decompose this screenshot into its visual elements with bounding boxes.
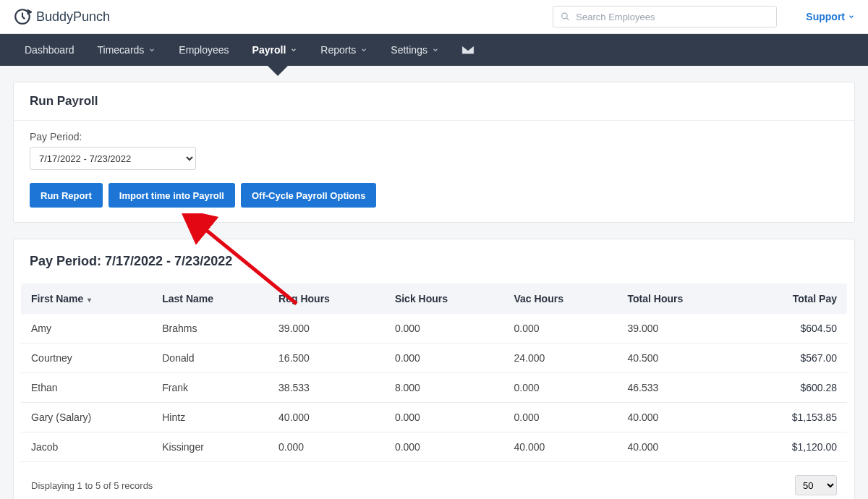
cell-last: Frank (152, 373, 268, 403)
cell-total: 46.533 (618, 373, 741, 403)
top-header: BuddyPunch Support (0, 0, 868, 34)
cell-vac: 0.000 (503, 314, 617, 344)
cell-pay: $604.50 (741, 314, 847, 344)
table-header-row: First Name▾ Last Name Reg Hours Sick Hou… (21, 283, 847, 314)
cell-last: Kissinger (152, 432, 268, 462)
brand-name: BuddyPunch (36, 9, 110, 25)
clock-arrow-icon (13, 7, 32, 26)
page-title: Run Payroll (14, 82, 854, 121)
cell-reg: 0.000 (268, 432, 385, 462)
table-row[interactable]: AmyBrahms39.0000.0000.00039.000$604.50 (21, 314, 847, 344)
cell-reg: 38.533 (268, 373, 385, 403)
cell-total: 40.000 (618, 432, 741, 462)
cell-last: Brahms (152, 314, 268, 344)
cell-total: 40.000 (618, 403, 741, 432)
svg-point-1 (562, 13, 568, 19)
table-row[interactable]: JacobKissinger0.0000.00040.00040.000$1,1… (21, 432, 847, 462)
nav-employees[interactable]: Employees (167, 34, 240, 66)
support-link[interactable]: Support (806, 11, 855, 22)
cell-reg: 16.500 (268, 344, 385, 373)
search-employees[interactable] (553, 6, 777, 27)
table-row[interactable]: Gary (Salary)Hintz40.0000.0000.00040.000… (21, 403, 847, 432)
main-nav: Dashboard Timecards Employees Payroll Re… (0, 34, 868, 66)
search-input[interactable] (576, 12, 769, 22)
chevron-down-icon (360, 46, 367, 54)
cell-reg: 39.000 (268, 314, 385, 344)
table-row[interactable]: EthanFrank38.5338.0000.00046.533$600.28 (21, 373, 847, 403)
cell-pay: $1,120.00 (741, 432, 847, 462)
cell-vac: 0.000 (503, 403, 617, 432)
chevron-down-icon (432, 46, 439, 54)
cell-sick: 0.000 (385, 432, 504, 462)
col-last-name[interactable]: Last Name (152, 283, 268, 314)
run-payroll-panel: Run Payroll Pay Period: 7/17/2022 - 7/23… (13, 82, 855, 223)
cell-pay: $1,153.85 (741, 403, 847, 432)
chevron-down-icon: ▾ (88, 296, 91, 304)
nav-reports[interactable]: Reports (309, 34, 379, 66)
cell-first: Amy (21, 314, 152, 344)
table-row[interactable]: CourtneyDonald16.5000.00024.00040.500$56… (21, 344, 847, 373)
search-icon (561, 12, 570, 22)
cell-reg: 40.000 (268, 403, 385, 432)
cell-sick: 0.000 (385, 314, 504, 344)
chevron-down-icon (148, 46, 156, 54)
cell-pay: $567.00 (741, 344, 847, 373)
envelope-icon (461, 43, 475, 57)
page-content: Run Payroll Pay Period: 7/17/2022 - 7/23… (0, 66, 868, 499)
chevron-down-icon (848, 13, 855, 20)
cell-total: 39.000 (618, 314, 741, 344)
cell-last: Hintz (152, 403, 268, 432)
cell-vac: 0.000 (503, 373, 617, 403)
cell-sick: 8.000 (385, 373, 504, 403)
cell-vac: 24.000 (503, 344, 617, 373)
nav-settings[interactable]: Settings (379, 34, 451, 66)
pay-period-label: Pay Period: (30, 131, 838, 142)
col-reg-hours[interactable]: Reg Hours (268, 283, 385, 314)
off-cycle-button[interactable]: Off-Cycle Payroll Options (241, 183, 376, 208)
report-panel: Pay Period: 7/17/2022 - 7/23/2022 First … (13, 239, 855, 499)
cell-first: Courtney (21, 344, 152, 373)
cell-first: Jacob (21, 432, 152, 462)
cell-last: Donald (152, 344, 268, 373)
nav-payroll[interactable]: Payroll (241, 34, 310, 66)
cell-first: Gary (Salary) (21, 403, 152, 432)
col-total-hours[interactable]: Total Hours (618, 283, 741, 314)
col-vac-hours[interactable]: Vac Hours (503, 283, 617, 314)
page-size-select[interactable]: 50 (795, 475, 837, 495)
nav-dashboard[interactable]: Dashboard (13, 34, 86, 66)
nav-mail[interactable] (451, 34, 485, 66)
col-sick-hours[interactable]: Sick Hours (385, 283, 504, 314)
records-count-text: Displaying 1 to 5 of 5 records (31, 480, 153, 491)
cell-total: 40.500 (618, 344, 741, 373)
pay-period-select[interactable]: 7/17/2022 - 7/23/2022 (30, 147, 196, 170)
cell-vac: 40.000 (503, 432, 617, 462)
col-first-name[interactable]: First Name▾ (21, 283, 152, 314)
nav-timecards[interactable]: Timecards (86, 34, 168, 66)
payroll-table: First Name▾ Last Name Reg Hours Sick Hou… (21, 283, 847, 462)
run-report-button[interactable]: Run Report (30, 183, 103, 208)
cell-first: Ethan (21, 373, 152, 403)
chevron-down-icon (290, 46, 297, 54)
brand-logo[interactable]: BuddyPunch (13, 7, 110, 26)
cell-sick: 0.000 (385, 344, 504, 373)
import-time-button[interactable]: Import time into Payroll (109, 183, 235, 208)
col-total-pay[interactable]: Total Pay (741, 283, 847, 314)
cell-pay: $600.28 (741, 373, 847, 403)
nav-active-caret (268, 66, 288, 76)
cell-sick: 0.000 (385, 403, 504, 432)
report-title: Pay Period: 7/17/2022 - 7/23/2022 (14, 239, 854, 273)
